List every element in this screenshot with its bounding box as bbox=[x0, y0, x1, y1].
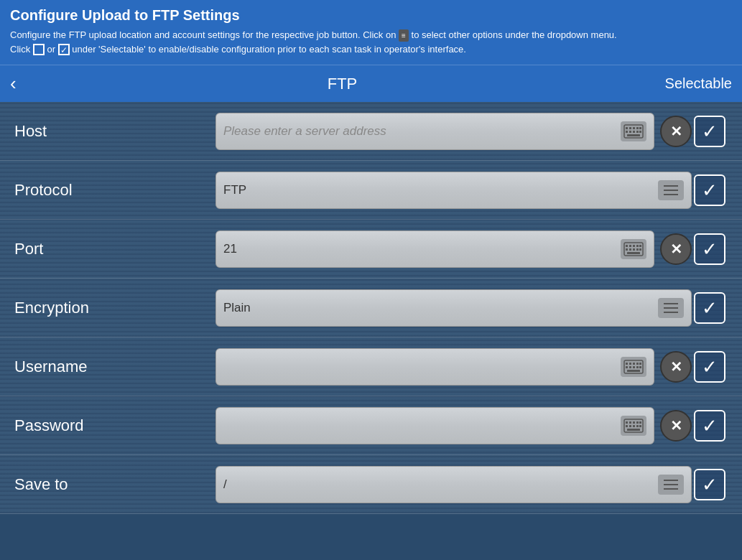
svg-rect-45 bbox=[636, 425, 639, 427]
keyboard-icon[interactable] bbox=[621, 416, 646, 436]
selectable-checkbox-encryption[interactable]: ✓ bbox=[694, 292, 725, 324]
settings-content: HostPlease enter a server address ✕✓Prot… bbox=[0, 102, 742, 514]
desc-line2a: Click bbox=[10, 44, 30, 55]
input-field-host[interactable]: Please enter a server address bbox=[215, 113, 654, 150]
svg-rect-14 bbox=[629, 245, 631, 247]
row-save-to: Save to/ ✓ bbox=[0, 455, 742, 514]
input-area-password: ✕ bbox=[215, 407, 692, 444]
dropdown-menu-icon[interactable] bbox=[658, 475, 684, 495]
svg-rect-44 bbox=[633, 425, 635, 427]
header-description: Configure the FTP upload location and ac… bbox=[10, 28, 732, 56]
svg-rect-5 bbox=[639, 127, 641, 129]
svg-rect-27 bbox=[633, 363, 635, 365]
back-button[interactable]: ‹ bbox=[10, 73, 39, 95]
svg-rect-35 bbox=[627, 370, 640, 372]
input-field-encryption[interactable]: Plain bbox=[215, 289, 692, 327]
svg-rect-18 bbox=[626, 248, 628, 251]
label-port: Port bbox=[14, 240, 215, 258]
selectable-password: ✓ bbox=[692, 410, 728, 442]
input-area-host: Please enter a server address ✕ bbox=[215, 113, 692, 150]
selectable-checkbox-port[interactable]: ✓ bbox=[694, 233, 725, 265]
svg-rect-46 bbox=[639, 425, 641, 427]
keyboard-icon[interactable] bbox=[621, 239, 646, 259]
keyboard-icon[interactable] bbox=[621, 121, 646, 141]
svg-rect-4 bbox=[636, 127, 639, 129]
keyboard-icon[interactable] bbox=[621, 357, 646, 377]
svg-rect-19 bbox=[629, 248, 631, 251]
svg-rect-21 bbox=[636, 248, 639, 251]
page-title: Configure Upload to FTP Settings bbox=[10, 7, 732, 24]
settings-table: HostPlease enter a server address ✕✓Prot… bbox=[0, 102, 742, 514]
input-area-save-to: / bbox=[215, 466, 692, 503]
svg-rect-29 bbox=[639, 363, 641, 365]
clear-button-port[interactable]: ✕ bbox=[660, 233, 692, 265]
selectable-encryption: ✓ bbox=[692, 292, 728, 324]
svg-rect-10 bbox=[639, 131, 641, 133]
svg-rect-41 bbox=[639, 421, 641, 424]
clear-button-host[interactable]: ✕ bbox=[660, 116, 692, 147]
svg-rect-6 bbox=[626, 131, 628, 133]
input-field-save-to[interactable]: / bbox=[215, 466, 692, 503]
svg-rect-8 bbox=[633, 131, 635, 133]
row-protocol: ProtocolFTP ✓ bbox=[0, 161, 742, 220]
svg-rect-42 bbox=[626, 425, 628, 427]
selectable-checkbox-username[interactable]: ✓ bbox=[694, 351, 725, 383]
input-field-username[interactable] bbox=[215, 348, 654, 386]
input-field-protocol[interactable]: FTP bbox=[215, 172, 692, 209]
svg-rect-33 bbox=[636, 366, 639, 368]
svg-rect-39 bbox=[633, 421, 635, 424]
svg-rect-25 bbox=[626, 363, 628, 365]
svg-rect-22 bbox=[639, 248, 641, 251]
svg-rect-47 bbox=[627, 429, 640, 431]
svg-rect-28 bbox=[636, 363, 639, 365]
clear-button-password[interactable]: ✕ bbox=[660, 410, 692, 442]
svg-rect-34 bbox=[639, 366, 641, 368]
label-protocol: Protocol bbox=[14, 181, 215, 200]
input-value-port: 21 bbox=[223, 242, 621, 256]
x-icon: ✕ bbox=[670, 242, 682, 256]
selectable-checkbox-host[interactable]: ✓ bbox=[694, 116, 725, 147]
header: Configure Upload to FTP Settings Configu… bbox=[0, 0, 742, 65]
input-field-password[interactable] bbox=[215, 407, 654, 444]
row-port: Port21 ✕✓ bbox=[0, 220, 742, 279]
desc-line1b: to select other options under the dropdo… bbox=[412, 29, 617, 40]
desc-line1: Configure the FTP upload location and ac… bbox=[10, 29, 396, 40]
checkmark-icon: ✓ bbox=[702, 299, 718, 317]
row-host: HostPlease enter a server address ✕✓ bbox=[0, 102, 742, 161]
input-field-port[interactable]: 21 bbox=[215, 230, 654, 268]
svg-rect-1 bbox=[626, 127, 628, 129]
input-area-port: 21 ✕ bbox=[215, 230, 692, 268]
row-encryption: EncryptionPlain ✓ bbox=[0, 279, 742, 337]
svg-rect-31 bbox=[629, 366, 631, 368]
input-value-protocol: FTP bbox=[223, 183, 658, 197]
input-area-username: ✕ bbox=[215, 348, 692, 386]
dropdown-menu-icon[interactable] bbox=[658, 180, 684, 200]
input-value-host: Please enter a server address bbox=[223, 124, 621, 139]
empty-checkbox-icon bbox=[33, 44, 45, 55]
checkmark-icon: ✓ bbox=[702, 181, 718, 200]
desc-line2c: under 'Selectable' to enable/disable con… bbox=[72, 44, 466, 55]
svg-rect-7 bbox=[629, 131, 631, 133]
checkmark-icon: ✓ bbox=[702, 240, 718, 258]
checkmark-icon: ✓ bbox=[702, 416, 718, 435]
x-icon: ✕ bbox=[670, 360, 682, 374]
dropdown-menu-icon[interactable] bbox=[658, 298, 684, 318]
row-password: Password ✕✓ bbox=[0, 396, 742, 455]
svg-rect-17 bbox=[639, 245, 641, 247]
clear-button-username[interactable]: ✕ bbox=[660, 351, 692, 383]
label-host: Host bbox=[14, 122, 215, 141]
svg-rect-9 bbox=[636, 131, 639, 133]
selectable-checkbox-protocol[interactable]: ✓ bbox=[694, 174, 725, 206]
x-icon: ✕ bbox=[670, 124, 682, 139]
selectable-checkbox-save-to[interactable]: ✓ bbox=[694, 469, 725, 500]
selectable-checkbox-password[interactable]: ✓ bbox=[694, 410, 725, 442]
svg-rect-40 bbox=[636, 421, 639, 424]
svg-rect-30 bbox=[626, 366, 628, 368]
selectable-protocol: ✓ bbox=[692, 174, 728, 206]
x-icon: ✕ bbox=[670, 419, 682, 433]
checkmark-icon: ✓ bbox=[702, 358, 718, 376]
label-encryption: Encryption bbox=[14, 299, 215, 317]
label-username: Username bbox=[14, 358, 215, 376]
nav-title: FTP bbox=[39, 75, 646, 93]
svg-rect-38 bbox=[629, 421, 631, 424]
